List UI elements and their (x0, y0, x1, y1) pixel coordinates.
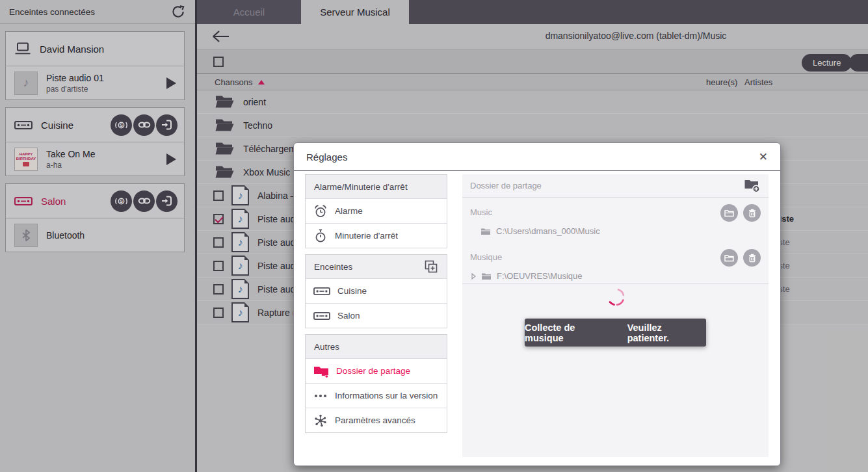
folder-path-row[interactable]: F:\OEUVRES\Musique (470, 271, 761, 281)
menu-item-minuterie[interactable]: Minuterie d'arrêt (306, 223, 447, 248)
menu-item-informations-version[interactable]: Informations sur la version (306, 383, 447, 408)
menu-item-parametres-avances[interactable]: Paramètres avancés (306, 408, 447, 432)
share-folder-icon (313, 365, 329, 378)
speaker-icon (313, 287, 330, 295)
menu-section-alarme: Alarme/Minuterie d'arrêt Alarme Minuteri… (305, 174, 447, 248)
folder-path: C:\Users\dmans_000\Music (496, 226, 600, 236)
folder-icon (480, 227, 491, 235)
menu-item-dossier-de-partage[interactable]: Dossier de partage (306, 358, 447, 383)
menu-item-label: Informations sur la version (335, 391, 438, 400)
menu-item-label: Salon (337, 311, 360, 321)
advanced-settings-icon (313, 413, 328, 428)
speaker-icon (313, 312, 330, 320)
toast-text: Veuillez patienter. (627, 322, 706, 343)
menu-item-label: Alarme (335, 206, 363, 216)
menu-section-enceintes: Enceintes Cuisine Salon (305, 254, 447, 328)
alarm-icon (313, 204, 328, 218)
section-header: Alarme/Minuterie d'arrêt (306, 175, 447, 198)
open-folder-icon[interactable] (720, 204, 738, 222)
more-dots-icon (313, 393, 328, 399)
expand-caret-icon[interactable] (471, 273, 476, 280)
folder-path: F:\OEUVRES\Musique (497, 271, 583, 281)
menu-item-alarme[interactable]: Alarme (306, 198, 447, 223)
menu-item-salon[interactable]: Salon (306, 303, 447, 328)
add-speaker-icon[interactable] (424, 259, 438, 274)
loading-spinner-icon (605, 286, 627, 308)
add-folder-icon[interactable] (744, 178, 761, 193)
menu-item-label: Paramètres avancés (335, 415, 415, 425)
shared-folder-entry: Musique F:\OEUVRES\Musi (462, 243, 769, 284)
dialog-title: Réglages (306, 151, 347, 163)
toast-text: Collecte de musique (525, 322, 616, 343)
folder-name: Musique (470, 252, 502, 262)
share-folder-panel: Dossier de partage Music (462, 174, 769, 457)
trash-icon[interactable] (743, 204, 761, 222)
section-header: Autres (306, 335, 447, 358)
settings-dialog: Réglages ✕ Alarme/Minuterie d'arrêt Alar… (293, 142, 781, 466)
trash-icon[interactable] (743, 249, 761, 267)
shared-folder-entry: Music C:\Users\dmans_000\Music (462, 198, 769, 243)
menu-item-cuisine[interactable]: Cuisine (306, 278, 447, 303)
menu-item-label: Cuisine (337, 286, 367, 296)
open-folder-icon[interactable] (720, 249, 738, 267)
dialog-header: Réglages ✕ (294, 143, 780, 171)
folder-path-row[interactable]: C:\Users\dmans_000\Music (470, 226, 761, 236)
folder-name: Music (470, 207, 492, 217)
settings-menu: Alarme/Minuterie d'arrêt Alarme Minuteri… (305, 174, 447, 457)
menu-section-autres: Autres Dossier de partage Informations s… (305, 334, 447, 433)
panel-title: Dossier de partage (470, 181, 542, 190)
folder-icon (481, 272, 492, 280)
menu-item-label: Dossier de partage (336, 366, 410, 376)
collecting-toast: Collecte de musique Veuillez patienter. (525, 319, 706, 347)
sleep-timer-icon (313, 229, 328, 243)
menu-item-label: Minuterie d'arrêt (335, 231, 398, 241)
section-header: Enceintes (314, 262, 352, 272)
close-icon[interactable]: ✕ (759, 151, 768, 163)
